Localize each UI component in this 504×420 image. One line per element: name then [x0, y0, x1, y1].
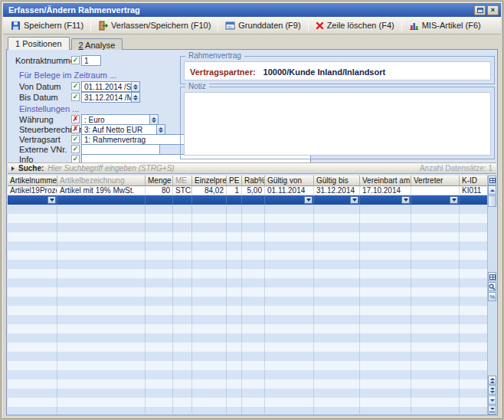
- grid-cell[interactable]: [173, 324, 192, 333]
- grid-cell[interactable]: [411, 398, 460, 407]
- grid-cell[interactable]: [8, 269, 57, 278]
- grid-cell[interactable]: [265, 315, 314, 324]
- grid-cell[interactable]: [227, 260, 242, 269]
- grid-cell[interactable]: [411, 241, 460, 251]
- grid-row[interactable]: Artikel19ProzerArtikel mit 19% MwSt.80ST…: [8, 186, 488, 195]
- grid-cell[interactable]: [8, 223, 57, 232]
- grid-row[interactable]: [8, 251, 488, 260]
- cell-dropdown-icon[interactable]: [401, 196, 410, 204]
- grid-cell[interactable]: [265, 407, 314, 414]
- grid-cell[interactable]: [314, 343, 360, 352]
- grid-cell[interactable]: [411, 260, 460, 269]
- grid-cell[interactable]: [265, 370, 314, 379]
- grid-cell[interactable]: [146, 398, 173, 407]
- grid-cell[interactable]: [192, 306, 227, 315]
- grid-cell[interactable]: [57, 195, 146, 205]
- grid-cell[interactable]: [411, 379, 460, 389]
- grid-cell[interactable]: [460, 398, 488, 407]
- grid-row[interactable]: [8, 232, 488, 241]
- grid-cell[interactable]: [242, 195, 265, 205]
- grid-cell[interactable]: [173, 398, 192, 407]
- grid-cell[interactable]: [192, 241, 227, 251]
- grid-cell[interactable]: [360, 195, 411, 205]
- grid-cell[interactable]: [411, 278, 460, 287]
- grid-cell[interactable]: [360, 287, 411, 297]
- grid-cell[interactable]: [146, 306, 173, 315]
- grid-cell[interactable]: [314, 287, 360, 297]
- grid-cell[interactable]: [265, 333, 314, 343]
- grid-cell[interactable]: [314, 269, 360, 278]
- grid-cell[interactable]: [227, 407, 242, 414]
- grid-cell[interactable]: [57, 370, 146, 379]
- grid-cell[interactable]: [314, 306, 360, 315]
- von-datum-field[interactable]: 01.11.2014 /Sa: [81, 81, 140, 92]
- grid-cell[interactable]: [265, 205, 314, 214]
- grid-cell[interactable]: [192, 370, 227, 379]
- grid-cell[interactable]: [460, 361, 488, 370]
- grid-row[interactable]: [8, 278, 488, 287]
- grid-cell[interactable]: [460, 251, 488, 260]
- grid-row[interactable]: [8, 306, 488, 315]
- grid-cell[interactable]: [173, 195, 192, 205]
- grid-row[interactable]: [8, 205, 488, 214]
- grid-cell[interactable]: [460, 269, 488, 278]
- grid-cell[interactable]: [265, 324, 314, 333]
- scroll-up-button[interactable]: [488, 185, 496, 195]
- grid-cell[interactable]: [192, 352, 227, 361]
- grid-row[interactable]: [8, 269, 488, 278]
- spinner-icon[interactable]: [131, 82, 139, 91]
- grid-cell[interactable]: [265, 232, 314, 241]
- grid-cell[interactable]: [460, 287, 488, 297]
- grid-cell[interactable]: [265, 297, 314, 306]
- grid-cell[interactable]: [265, 241, 314, 251]
- grid-cell[interactable]: [57, 389, 146, 398]
- grid-cell[interactable]: [460, 306, 488, 315]
- window-restore-button[interactable]: [474, 5, 486, 15]
- grid-cell[interactable]: [57, 269, 146, 278]
- grid-cell[interactable]: [173, 223, 192, 232]
- grid-cell[interactable]: [173, 389, 192, 398]
- grid-cell[interactable]: [460, 260, 488, 269]
- grid-cell[interactable]: [57, 407, 146, 414]
- dropdown-spinner-icon[interactable]: [156, 125, 165, 134]
- grid-cell[interactable]: [173, 205, 192, 214]
- grid-cell[interactable]: [227, 352, 242, 361]
- grid-cell[interactable]: [314, 241, 360, 251]
- grid-cell[interactable]: [411, 315, 460, 324]
- tab-positionen[interactable]: 1 Positionen: [8, 37, 70, 50]
- grid-cell[interactable]: [146, 260, 173, 269]
- grid-cell[interactable]: [411, 370, 460, 379]
- grid-row[interactable]: [8, 389, 488, 398]
- grid-cell[interactable]: [242, 278, 265, 287]
- grid-cell[interactable]: [146, 223, 173, 232]
- von-datum-check-icon[interactable]: [71, 82, 80, 90]
- waehrung-x-icon[interactable]: [71, 115, 80, 123]
- grid-row[interactable]: [8, 287, 488, 297]
- grid-cell[interactable]: [192, 343, 227, 352]
- grid-row[interactable]: [8, 260, 488, 269]
- grid-settings-button[interactable]: [488, 176, 496, 185]
- grid-cell[interactable]: [146, 343, 173, 352]
- grid-cell[interactable]: [314, 315, 360, 324]
- grid-cell[interactable]: [57, 260, 146, 269]
- grid-cell[interactable]: [360, 205, 411, 214]
- grid-cell[interactable]: [173, 297, 192, 306]
- grid-cell[interactable]: [227, 389, 242, 398]
- cell-dropdown-icon[interactable]: [47, 196, 56, 204]
- grid-cell[interactable]: [227, 223, 242, 232]
- grid-cell[interactable]: [411, 223, 460, 232]
- grid-cell[interactable]: [227, 232, 242, 241]
- grid-cell[interactable]: [146, 232, 173, 241]
- grid-cell[interactable]: [314, 398, 360, 407]
- grid-cell[interactable]: 84,02: [192, 186, 227, 195]
- column-header[interactable]: Artikelnummer: [8, 176, 57, 186]
- last-row-button[interactable]: [488, 405, 496, 415]
- bis-datum-check-icon[interactable]: [71, 93, 80, 101]
- grid-cell[interactable]: [57, 361, 146, 370]
- grid-cell[interactable]: [411, 297, 460, 306]
- grid-cell[interactable]: [173, 214, 192, 223]
- grid-cell[interactable]: [242, 214, 265, 223]
- column-header[interactable]: ME: [173, 176, 192, 186]
- grid-cell[interactable]: [146, 324, 173, 333]
- grid-cell[interactable]: [360, 324, 411, 333]
